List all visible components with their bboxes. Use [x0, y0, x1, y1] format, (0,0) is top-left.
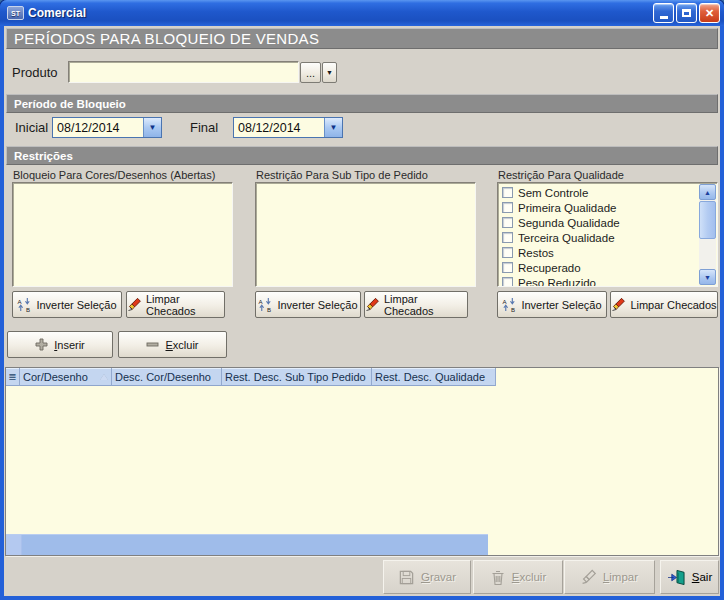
qualidade-list-item[interactable]: Sem Controle	[498, 185, 699, 200]
plus-icon	[35, 338, 48, 351]
checkbox[interactable]	[502, 217, 513, 228]
page-title: PERÍODOS PARA BLOQUEIO DE VENDAS	[6, 28, 718, 49]
invert-selection-icon: AB	[502, 297, 517, 312]
qualidade-item-label: Terceira Qualidade	[518, 232, 615, 244]
subtipo-listbox[interactable]	[255, 182, 476, 287]
minimize-icon	[660, 16, 668, 19]
checkbox[interactable]	[502, 277, 513, 287]
clear-icon	[581, 569, 597, 585]
excluir-button[interactable]: Excluir	[473, 560, 563, 594]
qualidade-clear-checked-button[interactable]: Limpar Checados	[610, 291, 718, 318]
svg-text:B: B	[26, 306, 30, 312]
checkbox[interactable]	[502, 247, 513, 258]
qualidade-list-item[interactable]: Peso Reduzido	[498, 275, 699, 287]
qualidade-item-label: Segunda Qualidade	[518, 217, 620, 229]
minimize-button[interactable]	[653, 3, 674, 23]
final-date-value[interactable]: 08/12/2014	[234, 121, 324, 135]
maximize-icon	[682, 9, 691, 17]
cores-panel-label: Bloqueio Para Cores/Desenhos (Abertas)	[13, 169, 215, 181]
qualidade-list-item[interactable]: Primeira Qualidade	[498, 200, 699, 215]
grid-column-header[interactable]: Cor/Desenho	[20, 368, 112, 386]
inicial-label: Inicial	[15, 120, 48, 135]
produto-lookup-button[interactable]: ...	[300, 62, 321, 83]
checkbox[interactable]	[502, 262, 513, 273]
final-date-dropdown-button[interactable]: ▼	[324, 118, 342, 137]
eraser-icon	[127, 297, 142, 312]
sair-button[interactable]: Sair	[660, 560, 719, 594]
qualidade-invert-selection-button[interactable]: AB Inverter Seleção	[497, 291, 607, 318]
eraser-icon	[365, 297, 380, 312]
grid-row-indicator	[6, 535, 22, 555]
subtipo-clear-checked-button[interactable]: Limpar Checados	[364, 291, 468, 318]
title-bar: ST Comercial ✕	[0, 0, 724, 26]
qualidade-list-item[interactable]: Restos	[498, 245, 699, 260]
limpar-button[interactable]: Limpar	[564, 560, 655, 594]
exit-door-icon	[667, 569, 686, 586]
qualidade-list-item[interactable]: Segunda Qualidade	[498, 215, 699, 230]
results-grid[interactable]: ≣ Cor/Desenho Desc. Cor/Desenho Rest. De…	[5, 367, 719, 556]
subtipo-invert-selection-button[interactable]: AB Inverter Seleção	[255, 291, 361, 318]
qualidade-listbox[interactable]: ▲ ▼ Sem Controle Primeira Qualidade Segu…	[497, 182, 718, 287]
window-title: Comercial	[28, 6, 86, 20]
subtipo-panel-label: Restrição Para Sub Tipo de Pedido	[256, 169, 428, 181]
inserir-button[interactable]: Inserir	[7, 331, 113, 358]
grid-column-header[interactable]: Rest. Desc. Sub Tipo Pedido	[222, 368, 372, 386]
inicial-date-field[interactable]: 08/12/2014 ▼	[52, 117, 162, 138]
sort-ascending-icon	[100, 374, 108, 380]
final-date-field[interactable]: 08/12/2014 ▼	[233, 117, 343, 138]
invert-selection-icon: AB	[258, 297, 273, 312]
qualidade-scrollbar[interactable]: ▲ ▼	[699, 184, 716, 285]
minus-icon	[146, 338, 159, 351]
grid-column-header[interactable]: Rest. Desc. Qualidade	[372, 368, 496, 386]
checkbox[interactable]	[502, 202, 513, 213]
excluir-row-button[interactable]: Excluir	[118, 331, 227, 358]
grid-indicator-header: ≣	[6, 368, 20, 386]
qualidade-item-label: Restos	[518, 247, 554, 259]
grid-header-row: ≣ Cor/Desenho Desc. Cor/Desenho Rest. De…	[6, 368, 496, 386]
invert-selection-icon: AB	[17, 297, 32, 312]
checkbox[interactable]	[502, 187, 513, 198]
gravar-button[interactable]: Gravar	[383, 560, 471, 594]
periodo-section-header: Período de Bloqueio	[6, 94, 718, 113]
cores-invert-selection-button[interactable]: AB Inverter Seleção	[12, 291, 122, 318]
close-button[interactable]: ✕	[699, 3, 720, 23]
produto-input[interactable]	[68, 61, 299, 83]
grid-column-header[interactable]: Desc. Cor/Desenho	[112, 368, 222, 386]
inicial-date-value[interactable]: 08/12/2014	[53, 121, 143, 135]
scrollbar-thumb[interactable]	[699, 201, 716, 239]
qualidade-list-item[interactable]: Recuperado	[498, 260, 699, 275]
maximize-button[interactable]	[676, 3, 697, 23]
svg-text:B: B	[511, 306, 515, 312]
checkbox[interactable]	[502, 232, 513, 243]
qualidade-item-label: Primeira Qualidade	[518, 202, 616, 214]
svg-text:A: A	[18, 298, 23, 305]
produto-dropdown-button[interactable]: ▼	[322, 62, 337, 83]
eraser-icon	[611, 297, 626, 312]
inicial-date-dropdown-button[interactable]: ▼	[143, 118, 161, 137]
scrollbar-down-button[interactable]: ▼	[699, 269, 716, 285]
grid-selected-row[interactable]	[6, 534, 488, 555]
cores-clear-checked-button[interactable]: Limpar Checados	[126, 291, 225, 318]
client-area: PERÍODOS PARA BLOQUEIO DE VENDAS Produto…	[4, 26, 720, 596]
svg-text:B: B	[267, 306, 271, 312]
qualidade-item-label: Recuperado	[518, 262, 581, 274]
qualidade-list-item[interactable]: Terceira Qualidade	[498, 230, 699, 245]
produto-label: Produto	[12, 65, 58, 80]
final-label: Final	[190, 120, 218, 135]
app-icon: ST	[7, 6, 24, 20]
restricoes-section-header: Restrições	[6, 146, 718, 165]
qualidade-item-label: Peso Reduzido	[518, 277, 596, 288]
save-icon	[398, 569, 415, 586]
svg-text:A: A	[259, 298, 264, 305]
qualidade-panel-label: Restrição Para Qualidade	[498, 169, 624, 181]
trash-icon	[490, 569, 506, 586]
qualidade-item-label: Sem Controle	[518, 187, 588, 199]
cores-listbox[interactable]	[12, 182, 233, 287]
application-window: ST Comercial ✕ PERÍODOS PARA BLOQUEIO DE…	[0, 0, 724, 600]
scrollbar-up-button[interactable]: ▲	[699, 184, 716, 200]
rows-icon: ≣	[8, 371, 16, 382]
svg-text:A: A	[503, 298, 508, 305]
